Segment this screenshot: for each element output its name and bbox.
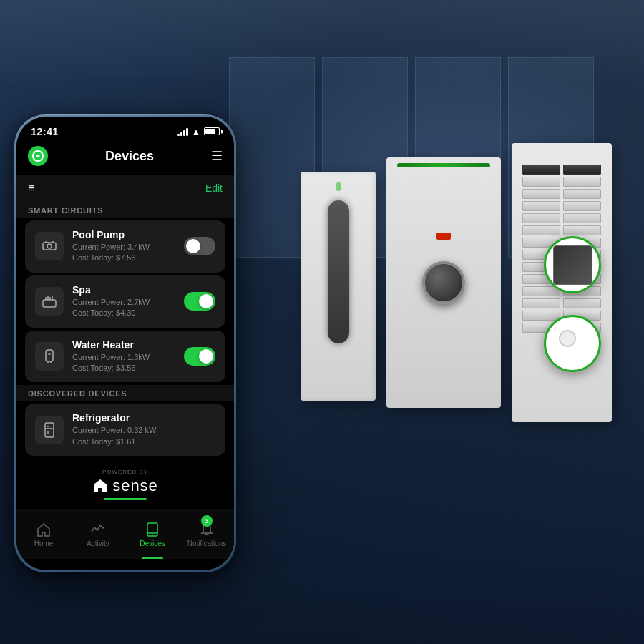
sense-branding: POWERED BY sense xyxy=(16,459,234,509)
module-inner-1 xyxy=(553,245,592,285)
panel-red-button xyxy=(436,233,451,240)
sense-name: sense xyxy=(112,477,158,495)
status-icons: ▲ xyxy=(177,127,220,137)
svg-point-20 xyxy=(152,534,153,535)
svg-rect-5 xyxy=(43,300,56,307)
nav-active-indicator xyxy=(142,557,163,559)
discovered-devices-label: DISCOVERED DEVICES xyxy=(16,385,234,401)
panel-tall xyxy=(301,172,376,401)
nav-item-devices[interactable]: Devices xyxy=(125,509,180,559)
nav-item-activity[interactable]: Activity xyxy=(71,509,125,559)
refrigerator-name: Refrigerator xyxy=(72,412,215,424)
spa-icon-wrap xyxy=(35,287,64,316)
module-circle-2 xyxy=(544,315,601,372)
nav-notifications-label: Notifications xyxy=(187,540,226,547)
spa-info: Spa Current Power: 2.7kW Cost Today: $4.… xyxy=(72,284,175,319)
nav-activity-label: Activity xyxy=(87,540,109,547)
battery-icon xyxy=(204,127,220,135)
water-heater-info: Water Heater Current Power: 1.3kW Cost T… xyxy=(72,339,175,374)
filter-icon[interactable]: ≡ xyxy=(28,182,34,195)
device-card-water-heater[interactable]: Water Heater Current Power: 1.3kW Cost T… xyxy=(25,331,225,383)
nav-item-home[interactable]: Home xyxy=(16,509,71,559)
water-heater-toggle-switch[interactable] xyxy=(184,347,215,366)
refrigerator-info: Refrigerator Current Power: 0.32 kW Cost… xyxy=(72,412,215,447)
water-heater-name: Water Heater xyxy=(72,339,175,351)
wifi-icon: ▲ xyxy=(192,127,200,137)
svg-rect-18 xyxy=(147,523,157,536)
hamburger-menu-icon[interactable]: ☰ xyxy=(211,150,223,162)
pool-pump-icon-wrap xyxy=(35,232,64,260)
svg-rect-17 xyxy=(98,488,102,492)
pool-pump-toggle[interactable] xyxy=(184,237,215,255)
pool-pump-name: Pool Pump xyxy=(72,229,175,240)
signal-bars-icon xyxy=(177,127,188,136)
nav-home-label: Home xyxy=(34,540,54,547)
products-area xyxy=(301,143,601,501)
phone-outer: 12:41 ▲ xyxy=(14,114,236,572)
sense-active-bar xyxy=(104,498,147,500)
svg-rect-13 xyxy=(45,423,54,437)
edit-button[interactable]: Edit xyxy=(205,182,223,194)
device-card-pool-pump[interactable]: Pool Pump Current Power: 3.4kW Cost Toda… xyxy=(25,220,225,273)
status-bar: 12:41 ▲ xyxy=(16,117,234,140)
phone-container: 12:41 ▲ xyxy=(14,114,236,572)
spa-power: Current Power: 2.7kW Cost Today: $4.30 xyxy=(72,297,175,319)
panel-accent xyxy=(397,163,490,167)
svg-point-2 xyxy=(47,244,52,248)
pool-pump-power: Current Power: 3.4kW Cost Today: $7.56 xyxy=(72,242,175,264)
smart-circuits-label: SMART CIRCUITS xyxy=(16,202,234,218)
device-card-refrigerator[interactable]: Refrigerator Current Power: 0.32 kW Cost… xyxy=(25,404,225,456)
module-circle-1 xyxy=(544,236,601,293)
filter-row: ≡ Edit xyxy=(16,175,234,202)
svg-rect-10 xyxy=(46,350,53,361)
device-card-spa[interactable]: Spa Current Power: 2.7kW Cost Today: $4.… xyxy=(25,275,225,328)
app-logo xyxy=(28,146,48,166)
water-heater-icon-wrap xyxy=(35,342,64,371)
powered-by-label: POWERED BY xyxy=(102,469,148,475)
app-title: Devices xyxy=(105,149,154,164)
water-heater-power: Current Power: 1.3kW Cost Today: $3.56 xyxy=(72,352,175,374)
panel-knob xyxy=(422,261,465,304)
refrigerator-icon-wrap xyxy=(35,416,64,444)
spa-toggle-switch[interactable] xyxy=(184,292,215,311)
phone-screen: 12:41 ▲ xyxy=(16,117,234,570)
status-time: 12:41 xyxy=(31,125,58,137)
module-inner-2 xyxy=(553,324,592,364)
notifications-badge: 3 xyxy=(201,515,213,527)
refrigerator-power: Current Power: 0.32 kW Cost Today: $1.61 xyxy=(72,425,215,447)
panel-mid xyxy=(386,157,501,408)
spa-name: Spa xyxy=(72,284,175,296)
sense-logo: sense xyxy=(92,477,158,495)
app-header: Devices ☰ xyxy=(16,140,234,175)
nav-item-notifications[interactable]: 3 Notifications xyxy=(180,509,234,559)
spa-toggle[interactable] xyxy=(184,292,215,311)
water-heater-toggle[interactable] xyxy=(184,347,215,366)
bottom-nav: Home Activity Devices xyxy=(16,509,234,559)
pool-pump-toggle-switch[interactable] xyxy=(184,237,215,255)
pool-pump-info: Pool Pump Current Power: 3.4kW Cost Toda… xyxy=(72,229,175,264)
nav-devices-label: Devices xyxy=(140,540,165,547)
